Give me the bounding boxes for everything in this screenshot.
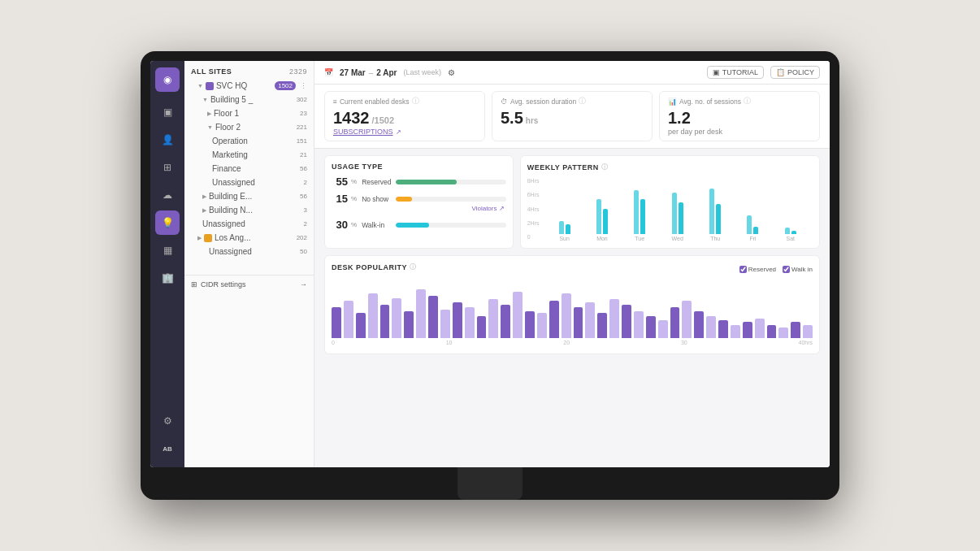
- legend-reserved: Reserved: [739, 266, 776, 273]
- desks-total: /1502: [372, 115, 395, 125]
- usage-walkin-row: 30 % Walk-in: [332, 219, 506, 231]
- buildingn-count: 3: [304, 206, 307, 214]
- violators-link[interactable]: Violators ↗: [471, 205, 505, 212]
- buildinge-label: Building E...: [209, 192, 252, 201]
- legend-walkin-checkbox[interactable]: [783, 266, 790, 273]
- sidebar-icon-users[interactable]: 👤: [155, 128, 180, 152]
- desk-pop-info-icon: ⓘ: [410, 262, 417, 271]
- weekly-day-sun: Sun: [559, 221, 570, 241]
- weekly-bar-group: [709, 189, 721, 234]
- walkin-sign: %: [351, 221, 357, 228]
- desk-bar-21: [585, 302, 595, 338]
- building5-label: Building 5 _: [210, 95, 253, 104]
- desk-bar-3: [368, 293, 378, 338]
- weekly-day-tue: Tue: [634, 190, 645, 241]
- walkin-bar: [396, 223, 429, 228]
- weekly-day-mon: Mon: [596, 199, 608, 241]
- floor1-count: 23: [300, 110, 307, 117]
- stats-row: ≡ Current enabled desks ⓘ 1432 /1502 SUB…: [314, 85, 830, 149]
- sidebar-icon-pages[interactable]: ▣: [155, 100, 180, 124]
- desk-bar-17: [537, 313, 547, 338]
- nav-item-unassigned3[interactable]: Unassigned 50: [184, 245, 314, 258]
- nav-item-floor1[interactable]: ▶ Floor 1 23: [184, 106, 314, 120]
- sessions-icon: 📊: [668, 98, 677, 106]
- nav-item-losang[interactable]: ▶ Los Ang... 202: [184, 231, 314, 245]
- session-value: 5.5 hrs: [501, 109, 644, 128]
- desk-bar-12: [477, 316, 487, 338]
- desk-bar-16: [525, 311, 535, 338]
- desk-bar-22: [597, 313, 607, 338]
- legend-reserved-checkbox[interactable]: [739, 266, 747, 273]
- weekly-bar-walkin: [640, 199, 645, 234]
- marketing-label: Marketing: [212, 150, 248, 159]
- nav-item-operation[interactable]: Operation 151: [184, 134, 314, 148]
- nav-item-buildingn[interactable]: ▶ Building N... 3: [184, 203, 314, 217]
- sidebar-icon-building[interactable]: 🏢: [155, 266, 180, 290]
- finance-count: 56: [300, 165, 307, 172]
- nav-item-svchq[interactable]: ▼ SVC HQ 1502 ⋮: [184, 79, 314, 93]
- legend-walkin: Walk in: [783, 266, 813, 273]
- date-label: (Last week): [403, 68, 441, 76]
- sidebar-icon-settings[interactable]: ⚙: [155, 409, 180, 433]
- desk-bar-39: [803, 325, 813, 338]
- desk-bar-37: [778, 328, 788, 338]
- weekly-bar-walkin: [603, 209, 608, 234]
- sidebar-icon-analytics[interactable]: 💡: [155, 210, 180, 235]
- sidebar-icon-grid[interactable]: ⊞: [155, 155, 180, 180]
- settings-icon[interactable]: ⚙: [448, 68, 455, 77]
- desk-bar-26: [646, 316, 656, 338]
- desks-value: 1432 /1502: [333, 109, 476, 128]
- cidr-arrow: →: [300, 280, 307, 289]
- usage-type-card: USAGE TYPE 55 % Reserved 15 %: [324, 155, 514, 249]
- cidr-label: CIDR settings: [201, 280, 246, 289]
- legend-walkin-label: Walk in: [791, 266, 813, 273]
- unassigned3-label: Unassigned: [209, 247, 252, 256]
- brand-icon[interactable]: ◉: [155, 67, 180, 92]
- nav-item-floor2[interactable]: ▼ Floor 2 221: [184, 120, 314, 134]
- weekly-day-label: Sun: [559, 236, 569, 241]
- session-unit: hrs: [526, 116, 539, 125]
- desk-bar-11: [465, 307, 475, 338]
- nav-item-building5[interactable]: ▼ Building 5 _ 302: [184, 93, 314, 106]
- desk-bar-7: [416, 289, 426, 338]
- svchq-label: SVC HQ: [216, 81, 247, 90]
- sidebar-icon-profile[interactable]: AB: [155, 436, 180, 461]
- arrow-floor2: ▼: [207, 124, 213, 130]
- operation-count: 151: [297, 137, 307, 145]
- desk-popularity-section: DESK POPULARITY ⓘ Reserved Walk in: [314, 255, 830, 361]
- weekly-day-thu: Thu: [709, 189, 721, 241]
- desks-icon: ≡: [333, 98, 337, 106]
- desk-bar-38: [791, 322, 800, 338]
- walkin-pct: 30: [332, 219, 348, 231]
- sidebar-icon-table[interactable]: ▦: [155, 238, 180, 262]
- nav-item-marketing[interactable]: Marketing 21: [184, 148, 314, 162]
- desk-bar-8: [428, 296, 438, 338]
- cidr-icon: ⊞: [191, 280, 197, 289]
- buildinge-count: 56: [300, 193, 307, 200]
- noshow-bar: [396, 197, 412, 202]
- tutorial-button[interactable]: ▣ TUTORIAL: [707, 66, 764, 79]
- nav-item-buildinge[interactable]: ▶ Building E... 56: [184, 189, 314, 203]
- nav-item-unassigned2[interactable]: Unassigned 2: [184, 217, 314, 231]
- policy-button[interactable]: 📋 POLICY: [770, 66, 820, 79]
- weekly-bar-group: [634, 190, 645, 234]
- nav-footer-cidr[interactable]: ⊞ CIDR settings →: [184, 275, 314, 293]
- finance-label: Finance: [212, 164, 241, 173]
- desk-bar-9: [440, 310, 450, 338]
- nav-header: ALL SITES 2329: [184, 61, 314, 79]
- reserved-label: Reserved: [362, 178, 392, 186]
- weekly-bar-group: [785, 228, 796, 234]
- monitor: ◉ ▣ 👤 ⊞ ☁ 💡 ▦ 🏢 ⚙ AB ALL SITES 2329 ▼ SV…: [141, 51, 839, 500]
- arrow-bn: ▶: [202, 207, 206, 214]
- nav-panel: ALL SITES 2329 ▼ SVC HQ 1502 ⋮ ▼ Buildin…: [184, 61, 314, 467]
- desk-bar-2: [356, 313, 366, 338]
- desk-bar-28: [670, 307, 680, 338]
- nav-item-finance[interactable]: Finance 56: [184, 162, 314, 176]
- sessions-value: 1.2: [668, 109, 811, 128]
- weekly-bar-group: [559, 221, 570, 234]
- subscriptions-link[interactable]: SUBSCRIPTIONS: [333, 128, 393, 136]
- desk-bar-13: [488, 299, 498, 338]
- info-icon3: ⓘ: [744, 97, 751, 106]
- sidebar-icon-cloud[interactable]: ☁: [155, 183, 180, 207]
- nav-item-unassigned1[interactable]: Unassigned 2: [184, 176, 314, 189]
